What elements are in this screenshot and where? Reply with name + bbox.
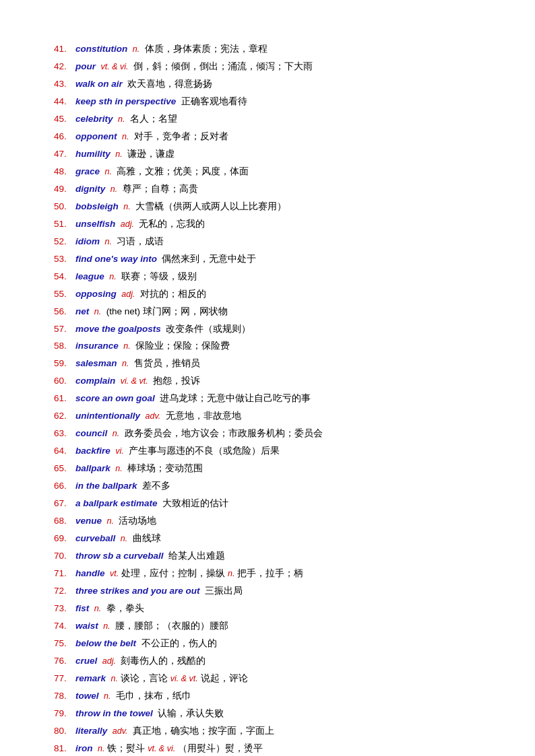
- entry-num: 77.: [54, 671, 75, 687]
- list-item: 79.throw in the towel 认输，承认失败: [54, 705, 495, 722]
- entry-word: unselfish: [75, 216, 115, 233]
- entry-definition: 保险业；保险；保险费: [135, 338, 230, 355]
- entry-definition: 政务委员会，地方议会；市政服务机构；委员会: [125, 425, 323, 442]
- entry-definition: 尊严；自尊；高贵: [123, 181, 198, 198]
- entry-definition: 谦逊，谦虚: [127, 146, 175, 163]
- list-item: 71.handle vt.处理，应付；控制，操纵 n.把手，拉手；柄: [54, 565, 495, 582]
- entry-num: 43.: [54, 76, 75, 93]
- entry-word: opponent: [75, 129, 117, 145]
- list-item: 52.idiom n. 习语，成语: [54, 233, 495, 250]
- entry-pos: n.: [115, 147, 122, 162]
- entry-num: 69.: [54, 530, 75, 547]
- list-item: 53.find one's way into 偶然来到，无意中处于: [54, 250, 495, 268]
- entry-pos: n.: [121, 531, 127, 547]
- entry-definition: 产生事与愿违的不良（或危险）后果: [129, 443, 280, 460]
- entry-pos: adv.: [113, 724, 128, 739]
- entry-word: keep sth in perspective: [75, 94, 176, 110]
- list-item: 60.complain vi. & vt. 抱怨，投诉: [54, 372, 495, 390]
- entry-word: idiom: [75, 234, 100, 250]
- entry-def2: 把手，拉手；柄: [237, 565, 303, 582]
- entry-num: 48.: [54, 164, 75, 180]
- entry-definition: 大雪橇（供两人或两人以上比赛用）: [135, 199, 286, 215]
- entry-num: 65.: [54, 460, 75, 477]
- entry-pos: n.: [133, 42, 139, 57]
- entry-pos: n.: [107, 514, 114, 529]
- entry-pos2: vt. & vi.: [148, 741, 175, 756]
- entry-word: celebrity: [75, 111, 113, 128]
- list-item: 80.literally adv. 真正地，确实地；按字面，字面上: [54, 722, 495, 740]
- entry-word: score an own goal: [75, 390, 155, 407]
- entry-definition: 售货员，推销员: [134, 355, 200, 372]
- entry-definition: 腰，腰部；（衣服的）腰部: [115, 618, 228, 635]
- list-item: 66.in the ballpark 差不多: [54, 477, 495, 495]
- entry-num: 47.: [54, 146, 75, 163]
- list-item: 42.pour vt. & vi. 倒，斜；倾倒，倒出；涌流，倾泻；下大雨: [54, 58, 495, 75]
- entry-pos: vt.: [110, 566, 119, 582]
- list-item: 75.below the belt 不公正的，伤人的: [54, 635, 495, 652]
- list-item: 54.league n. 联赛；等级，级别: [54, 268, 495, 285]
- entry-pos: n.: [94, 304, 101, 320]
- entry-word: below the belt: [75, 635, 136, 652]
- entry-def2: （用熨斗）熨，烫平: [178, 741, 263, 756]
- entry-word: opposing: [75, 286, 117, 303]
- entry-pos: n.: [111, 182, 117, 197]
- entry-definition: 给某人出难题: [168, 548, 225, 565]
- list-item: 47.humility n. 谦逊，谦虚: [54, 145, 495, 163]
- entry-definition: 联赛；等级，级别: [121, 269, 197, 285]
- list-item: 63.council n. 政务委员会，地方议会；市政服务机构；委员会: [54, 425, 495, 442]
- entry-pos: adj.: [121, 287, 135, 302]
- entry-definition: 毛巾，抹布，纸巾: [116, 688, 191, 705]
- entry-num: 66.: [54, 478, 75, 495]
- entry-word: backfire: [75, 443, 111, 460]
- entry-pos2: n.: [228, 566, 234, 582]
- entry-num: 70.: [54, 548, 75, 565]
- entry-num: 44.: [54, 94, 75, 110]
- entry-word: ballpark: [75, 460, 111, 477]
- list-item: 45.celebrity n. 名人；名望: [54, 110, 495, 128]
- entry-word: handle: [75, 565, 105, 582]
- list-item: 74.waist n. 腰，腰部；（衣服的）腰部: [54, 617, 495, 635]
- list-item: 65.ballpark n. 棒球场；变动范围: [54, 460, 495, 477]
- list-item: 77.remark n.谈论，言论 vi. & vt.说起，评论: [54, 670, 495, 687]
- entry-word: fist: [75, 600, 89, 617]
- entry-definition: 改变条件（或规则）: [166, 321, 251, 338]
- entry-num: 71.: [54, 565, 75, 582]
- entry-pos: adj.: [102, 654, 116, 669]
- entry-definition: 正确客观地看待: [181, 94, 247, 110]
- entry-definition: 对抗的；相反的: [140, 286, 206, 303]
- entry-num: 62.: [54, 408, 75, 425]
- entry-word: league: [75, 269, 104, 285]
- entry-num: 76.: [54, 653, 75, 670]
- entry-def: 铁；熨斗: [107, 741, 148, 756]
- entry-word: pour: [75, 59, 96, 75]
- entry-word: towel: [75, 688, 99, 705]
- entry-definition: 刻毒伤人的，残酷的: [121, 653, 206, 670]
- entry-pos: n.: [111, 671, 118, 687]
- entry-word: insurance: [75, 338, 119, 355]
- entry-num: 58.: [54, 338, 75, 355]
- list-item: 61.score an own goal 进乌龙球；无意中做让自己吃亏的事: [54, 390, 495, 407]
- entry-num: 57.: [54, 321, 75, 338]
- entry-pos: n.: [113, 426, 119, 442]
- entry-definition: 抱怨，投诉: [153, 373, 200, 390]
- list-item: 81.iron n.铁；熨斗 vt. & vi.（用熨斗）熨，烫平: [54, 740, 495, 756]
- list-item: 50.bobsleigh n. 大雪橇（供两人或两人以上比赛用）: [54, 198, 495, 215]
- entry-word: salesman: [75, 355, 117, 372]
- entry-definition: (the net) 球门网；网，网状物: [106, 304, 228, 320]
- entry-definition: 差不多: [142, 478, 170, 495]
- entry-definition: 名人；名望: [130, 111, 177, 128]
- entry-definition: 棒球场；变动范围: [127, 460, 203, 477]
- entry-word: complain: [75, 373, 115, 390]
- entry-num: 80.: [54, 723, 75, 740]
- entry-pos: vi. & vt.: [121, 374, 148, 389]
- entry-definition: 无意地，非故意地: [166, 408, 241, 425]
- entry-num: 67.: [54, 495, 75, 512]
- list-item: 68.venue n. 活动场地: [54, 512, 495, 530]
- entry-pos: adv.: [146, 409, 161, 424]
- entry-def: 处理，应付；控制，操纵: [121, 565, 228, 582]
- entry-definition: 拳，拳头: [106, 600, 144, 617]
- list-item: 70.throw sb a curveball 给某人出难题: [54, 547, 495, 565]
- entry-definition: 欢天喜地，得意扬扬: [127, 76, 212, 93]
- list-item: 67.a ballpark estimate 大致相近的估计: [54, 495, 495, 512]
- entry-word: three strikes and you are out: [75, 583, 200, 600]
